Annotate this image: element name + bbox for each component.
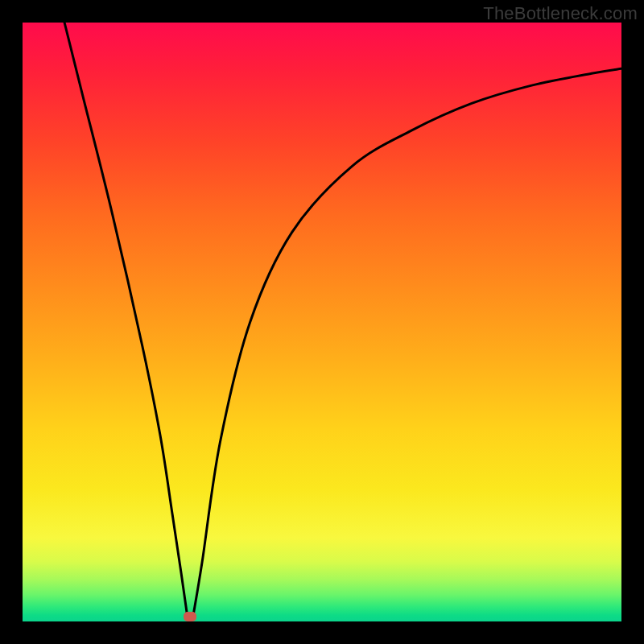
- chart-frame: TheBottleneck.com: [0, 0, 644, 644]
- bottleneck-curve: [23, 23, 621, 621]
- plot-area: [23, 23, 621, 621]
- curve-right-branch: [193, 68, 621, 615]
- minimum-marker: [184, 612, 196, 621]
- curve-left-branch: [64, 23, 188, 616]
- watermark-text: TheBottleneck.com: [483, 3, 638, 24]
